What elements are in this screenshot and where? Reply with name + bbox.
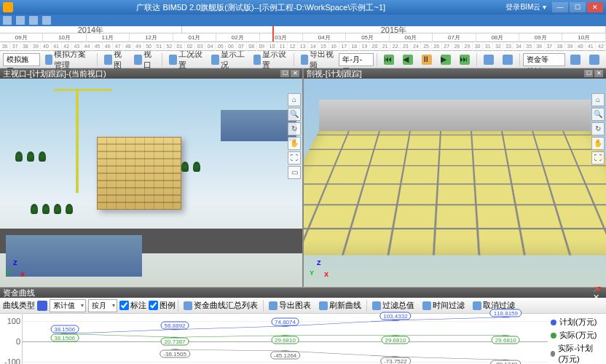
pause-button[interactable]: ⏸ bbox=[418, 52, 436, 67]
legend-checkbox[interactable]: 图例 bbox=[149, 300, 176, 311]
next-button[interactable]: ⏭ bbox=[456, 52, 473, 67]
month-cell: 04月 bbox=[303, 33, 346, 42]
week-tick: 23 bbox=[401, 42, 411, 51]
chart-data-label: 38.1506 bbox=[50, 325, 79, 333]
week-tick: 29 bbox=[463, 42, 473, 51]
grid-tool[interactable] bbox=[567, 52, 584, 67]
ytick: 100 bbox=[7, 317, 20, 325]
worker-setting-button[interactable]: 工况设置 bbox=[165, 52, 206, 67]
vp-maximize-button[interactable]: ☐ bbox=[584, 70, 593, 77]
cloud-login[interactable]: 登录BIM云 ▾ bbox=[505, 2, 546, 12]
vp-fit-icon[interactable]: ⛶ bbox=[591, 151, 605, 165]
nav-tool-2[interactable] bbox=[499, 52, 516, 67]
legend-dot-icon bbox=[551, 351, 555, 357]
viewport-right-header: 剖视-[计划跟踪] ☐ ✕ bbox=[304, 68, 606, 79]
vp-rotate-icon[interactable]: ↻ bbox=[591, 122, 605, 135]
week-tick: 28 bbox=[452, 42, 463, 51]
timeline-months: 09月10月11月12月01月02月03月04月05月06月07月08月09月1… bbox=[0, 33, 606, 42]
quick-undo-icon[interactable] bbox=[16, 16, 25, 25]
scheme-mgmt-button[interactable]: 模拟方案管理 bbox=[42, 52, 95, 67]
view-button[interactable]: 视图 bbox=[101, 52, 129, 67]
vp-rotate-icon[interactable]: ↻ bbox=[288, 122, 301, 135]
quick-redo-icon[interactable] bbox=[29, 16, 38, 25]
unit-mode-dropdown[interactable]: 按月 bbox=[88, 299, 117, 312]
month-cell: 09月 bbox=[519, 33, 562, 42]
minimize-button[interactable]: — bbox=[552, 2, 568, 12]
viewport-right-canvas[interactable]: Z Y X ⌂ 🔍 ↻ ✋ ⛶ bbox=[304, 79, 606, 287]
week-tick: 32 bbox=[493, 42, 503, 51]
chart-plot[interactable]: 2014年10月2014年11月2014年12月2015年1月2015年2月38… bbox=[22, 314, 548, 364]
close-button[interactable]: ✕ bbox=[587, 2, 603, 12]
show-worker-button[interactable]: 显示工况 bbox=[208, 52, 248, 67]
rewind-icon: ⏮ bbox=[384, 55, 394, 65]
week-tick: 07 bbox=[237, 42, 247, 51]
vp-hand-icon[interactable]: ✋ bbox=[591, 137, 605, 150]
month-cell: 08月 bbox=[476, 33, 519, 42]
axis-gizmo[interactable]: Z Y X bbox=[310, 259, 331, 281]
chart-data-label: -89.1349 bbox=[491, 360, 522, 364]
filter-total-button[interactable]: 过滤总值 bbox=[369, 300, 417, 311]
week-tick: 41 bbox=[52, 42, 62, 51]
viewport-left-canvas[interactable]: Z Y X ⌂ 🔍 ↻ ✋ ⛶ ▭ bbox=[0, 79, 302, 287]
week-tick: 39 bbox=[565, 42, 575, 51]
axis-gizmo[interactable]: Z Y X bbox=[6, 259, 28, 281]
maximize-button[interactable]: ☐ bbox=[570, 2, 586, 12]
mode-dropdown[interactable]: 模拟施工 bbox=[3, 53, 40, 66]
week-tick: 40 bbox=[41, 42, 51, 51]
vp-zoom-icon[interactable]: 🔍 bbox=[288, 108, 301, 121]
show-setting-button[interactable]: 显示设置 bbox=[250, 52, 291, 67]
export-chart-icon bbox=[269, 301, 278, 310]
layer-tool[interactable] bbox=[586, 52, 603, 67]
time-filter-button[interactable]: 时间过滤 bbox=[420, 300, 468, 311]
play-button[interactable]: ▶ bbox=[437, 52, 454, 67]
vp-home-icon[interactable]: ⌂ bbox=[288, 93, 301, 106]
month-cell: 11月 bbox=[87, 33, 130, 42]
legend-item-actual[interactable]: 实际(万元) bbox=[551, 330, 603, 341]
vp-hand-icon[interactable]: ✋ bbox=[288, 137, 301, 150]
nav-tool-1[interactable] bbox=[480, 52, 497, 67]
week-tick: 08 bbox=[247, 42, 257, 51]
viewport-right: 剖视-[计划跟踪] ☐ ✕ Z Y X ⌂ 🔍 ↻ ✋ ⛶ bbox=[304, 68, 606, 287]
vp-home-icon[interactable]: ⌂ bbox=[591, 93, 605, 106]
app-icon bbox=[3, 2, 13, 12]
rewind-button[interactable]: ⏮ bbox=[380, 52, 398, 67]
prev-button[interactable]: ◀ bbox=[399, 52, 417, 67]
viewport-button[interactable]: 视口 bbox=[130, 52, 159, 67]
filter-icon bbox=[372, 301, 381, 310]
date-mode-dropdown[interactable]: 年-月-周 bbox=[339, 53, 374, 66]
refresh-icon bbox=[319, 301, 328, 310]
week-tick: 20 bbox=[370, 42, 380, 51]
vp-fit-icon[interactable]: ⛶ bbox=[288, 151, 301, 165]
vp-zoom-icon[interactable]: 🔍 bbox=[591, 108, 605, 121]
view-icon bbox=[104, 55, 112, 65]
chart-data-label: -38.1505 bbox=[160, 349, 190, 357]
annotate-checkbox[interactable]: 标注 bbox=[119, 300, 146, 311]
week-tick: 38 bbox=[555, 42, 565, 51]
refresh-button[interactable]: 刷新曲线 bbox=[316, 300, 364, 311]
legend-dot-icon bbox=[551, 320, 556, 325]
legend-item-diff[interactable]: 实际-计划(万元) bbox=[551, 343, 603, 364]
stat-mode-dropdown[interactable]: 累计值 bbox=[50, 299, 86, 312]
week-tick: 52 bbox=[165, 42, 175, 51]
quick-save-icon[interactable] bbox=[3, 16, 12, 25]
chart-area: 100 0 -100 2014年10月2014年11月2014年12月2015年… bbox=[0, 314, 606, 364]
chart-data-label: 29.6810 bbox=[381, 336, 409, 344]
curve-type-icon[interactable] bbox=[37, 301, 47, 311]
week-tick: 13 bbox=[298, 42, 308, 51]
summary-button[interactable]: 资金曲线汇总列表 bbox=[181, 300, 261, 311]
vp-maximize-button[interactable]: ☐ bbox=[280, 70, 289, 77]
timeline-current-marker[interactable] bbox=[272, 26, 274, 41]
quick-settings-icon[interactable] bbox=[42, 16, 51, 25]
vp-close-button[interactable]: ✕ bbox=[594, 70, 603, 77]
chart-data-label: 74.8074 bbox=[271, 318, 299, 326]
vp-close-button[interactable]: ✕ bbox=[291, 70, 299, 77]
export-video-button[interactable]: 导出视频 bbox=[297, 52, 338, 67]
timeline-ruler[interactable]: 2014年 2015年 09月10月11月12月01月02月03月04月05月0… bbox=[0, 26, 606, 42]
timeline-weeks-row[interactable]: 3637383940414243444546474849505152010203… bbox=[0, 42, 606, 51]
chart-data-label: 103.4332 bbox=[379, 312, 411, 320]
vis-filter-dropdown[interactable]: 资金等轴侧 bbox=[523, 53, 565, 66]
export-chart-button[interactable]: 导出图表 bbox=[266, 300, 314, 311]
show-setting-icon bbox=[253, 55, 261, 65]
vp-select-icon[interactable]: ▭ bbox=[288, 166, 301, 179]
legend-item-plan[interactable]: 计划(万元) bbox=[551, 317, 603, 328]
